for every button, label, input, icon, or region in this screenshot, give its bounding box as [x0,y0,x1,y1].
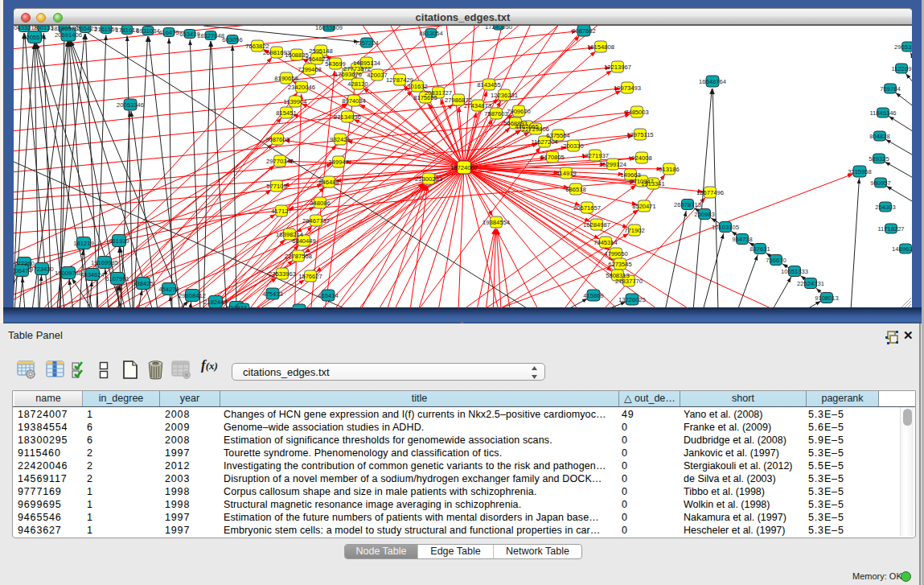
svg-text:804828: 804828 [869,133,889,140]
svg-text:29653287: 29653287 [894,43,912,51]
svg-text:26578713: 26578713 [674,201,701,208]
svg-text:27533963: 27533963 [269,270,296,278]
svg-text:7299468: 7299468 [298,66,322,73]
svg-text:416475: 416475 [158,29,179,36]
svg-text:8143455: 8143455 [477,81,501,89]
svg-text:475433: 475433 [262,290,282,298]
svg-text:19169985: 19169985 [91,259,118,266]
svg-text:771902: 771902 [624,227,644,234]
svg-text:6107991: 6107991 [105,275,129,282]
svg-text:250983: 250983 [694,211,714,218]
svg-text:7357224: 7357224 [355,39,379,47]
svg-text:10651333: 10651333 [781,268,808,275]
svg-text:2087682: 2087682 [572,27,596,35]
svg-text:12975115: 12975115 [626,131,653,138]
svg-text:27434873: 27434873 [464,102,491,109]
svg-text:9685014: 9685014 [287,307,311,308]
svg-text:23420046: 23420046 [288,84,315,91]
svg-text:25299124: 25299124 [599,161,626,168]
svg-text:11718227: 11718227 [877,225,904,233]
svg-text:4534624: 4534624 [80,271,105,278]
svg-text:20053346: 20053346 [117,101,144,109]
svg-text:16033809: 16033809 [315,26,343,31]
svg-text:7909670: 7909670 [507,108,531,115]
svg-text:6931034: 6931034 [136,27,160,35]
svg-text:10973493: 10973493 [614,84,641,92]
svg-text:112269: 112269 [892,65,912,72]
svg-text:16284987: 16284987 [583,221,610,229]
svg-text:420037: 420037 [367,72,387,79]
svg-text:513186: 513186 [659,166,679,173]
svg-text:13226025: 13226025 [618,296,646,303]
svg-text:7945314: 7945314 [593,239,618,246]
svg-text:9087603: 9087603 [265,136,290,143]
svg-text:9723430: 9723430 [30,266,54,273]
svg-text:1139904: 1139904 [284,98,307,105]
svg-text:2595148: 2595148 [309,47,333,55]
svg-text:14895134: 14895134 [353,60,380,67]
svg-text:7587603: 7587603 [484,110,508,117]
svg-text:3215958: 3215958 [848,168,872,175]
svg-text:16648764: 16648764 [699,78,726,85]
svg-text:6375564: 6375564 [546,132,570,139]
svg-text:12787429: 12787429 [386,76,413,84]
svg-text:10103105: 10103105 [712,224,739,231]
svg-text:14896383: 14896383 [892,245,912,253]
svg-text:932421: 932421 [330,136,350,143]
svg-text:22729806: 22729806 [522,126,549,133]
svg-text:16154808: 16154808 [587,43,614,51]
svg-text:686518: 686518 [565,186,585,193]
svg-text:465414: 465414 [318,292,338,299]
svg-text:9108013: 9108013 [815,295,839,302]
svg-text:11845146: 11845146 [869,109,896,117]
svg-text:6273545: 6273545 [608,261,632,268]
svg-text:414919: 414919 [556,170,576,177]
svg-text:938425: 938425 [133,280,153,287]
svg-text:22624731: 22624731 [797,280,824,287]
svg-text:543699: 543699 [325,60,345,68]
svg-text:29770348: 29770348 [266,158,294,165]
svg-text:22787558: 22787558 [285,253,312,260]
svg-text:589325: 589325 [869,155,889,163]
svg-text:12236231: 12236231 [491,92,518,99]
svg-text:15009788: 15009788 [55,270,82,277]
svg-text:20671657: 20671657 [573,204,601,212]
svg-text:18677496: 18677496 [696,189,724,196]
svg-text:2182449: 2182449 [203,299,228,306]
svg-text:4799650: 4799650 [604,250,628,257]
svg-text:428120: 428120 [347,80,368,88]
svg-text:27134936: 27134936 [334,113,361,121]
svg-text:756670: 756670 [766,257,786,264]
svg-text:8813054: 8813054 [419,30,443,37]
svg-text:29808412: 29808412 [179,292,206,299]
svg-text:28467737: 28467737 [302,217,330,225]
svg-text:837631: 837631 [749,245,770,253]
svg-text:7485003: 7485003 [625,109,649,116]
svg-text:454278: 454278 [158,286,179,293]
svg-text:6840449: 6840449 [292,237,316,245]
svg-text:13271937: 13271937 [581,152,609,159]
svg-text:27837770: 27837770 [615,278,643,285]
svg-text:2205571: 2205571 [23,34,47,41]
svg-text:17240050: 17240050 [485,26,512,31]
svg-text:603056: 603056 [222,36,242,43]
svg-text:1576627: 1576627 [298,273,322,280]
svg-text:348086: 348086 [310,200,330,207]
svg-text:12213967: 12213967 [604,64,631,71]
svg-text:1913341: 1913341 [641,180,665,187]
svg-text:8520471: 8520471 [632,203,656,210]
svg-text:254303: 254303 [875,204,895,211]
svg-text:11627204: 11627204 [531,138,557,146]
svg-text:577109: 577109 [266,183,286,190]
svg-text:18327648: 18327648 [197,32,224,39]
svg-text:980957: 980957 [870,179,890,187]
svg-text:19384554: 19384554 [483,219,510,226]
svg-text:934738: 934738 [732,236,752,243]
svg-text:25300233: 25300233 [415,175,442,183]
svg-text:461939: 461939 [109,237,129,245]
svg-text:417127: 417127 [271,208,291,215]
svg-text:815451: 815451 [276,109,296,117]
svg-text:200330: 200330 [563,142,583,150]
svg-text:17693676: 17693676 [335,71,362,78]
svg-text:8175655: 8175655 [413,94,437,101]
